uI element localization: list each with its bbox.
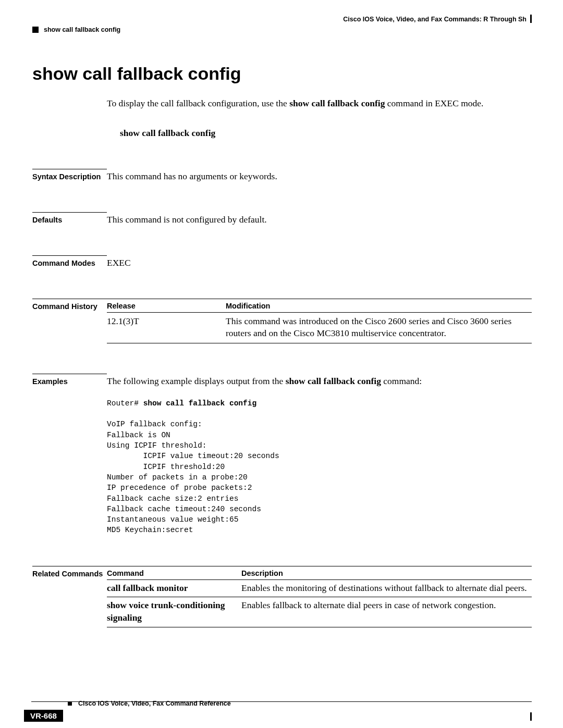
cell-description: Enables fallback to alternate dial peers…	[241, 599, 532, 624]
section-label: Command Modes	[32, 255, 107, 268]
code-prompt: Router#	[107, 399, 143, 408]
section-body: This command is not configured by defaul…	[107, 212, 532, 225]
header-command: Command	[107, 569, 241, 577]
footer-doc-title: Cisco IOS Voice, Video, Fax Command Refe…	[78, 700, 231, 707]
history-table: Release Modification 12.1(3)T This comma…	[107, 299, 532, 343]
intro-text-post: command in EXEC mode.	[385, 98, 483, 108]
table-row: 12.1(3)T This command was introduced on …	[107, 313, 532, 343]
cell-release: 12.1(3)T	[107, 315, 226, 340]
header-chapter: Cisco IOS Voice, Video, and Fax Commands…	[31, 16, 532, 23]
page-number: VR-668	[24, 710, 63, 722]
intro-text-pre: To display the call fallback configurati…	[107, 98, 289, 108]
header-modification: Modification	[226, 302, 532, 310]
table-header-row: Command Description	[107, 566, 532, 580]
header-topic-row: show call fallback config	[32, 26, 532, 33]
code-block: Router# show call fallback config VoIP f…	[107, 398, 532, 536]
section-label: Command History	[32, 299, 107, 343]
footer-mark-icon	[530, 712, 532, 721]
intro-paragraph: To display the call fallback configurati…	[107, 97, 532, 110]
table-header-row: Release Modification	[107, 299, 532, 313]
section-label: Examples	[32, 374, 107, 536]
section-related-commands: Related Commands Command Description cal…	[32, 566, 532, 627]
cell-command: call fallback monitor	[107, 582, 241, 595]
example-intro-pre: The following example displays output fr…	[107, 376, 286, 386]
page-title: show call fallback config	[32, 64, 532, 84]
cell-description: Enables the monitoring of destinations w…	[241, 582, 532, 595]
footer: Cisco IOS Voice, Video, Fax Command Refe…	[31, 701, 532, 709]
table-row: call fallback monitor Enables the monito…	[107, 580, 532, 598]
section-command-history: Command History Release Modification 12.…	[32, 299, 532, 343]
section-body: This command has no arguments or keyword…	[107, 169, 532, 182]
related-table: Command Description call fallback monito…	[107, 566, 532, 627]
command-syntax: show call fallback config	[120, 128, 532, 139]
cell-modification: This command was introduced on the Cisco…	[226, 315, 532, 340]
code-output: VoIP fallback config: Fallback is ON Usi…	[107, 420, 279, 534]
header-topic: show call fallback config	[44, 26, 120, 33]
header-release: Release	[107, 302, 226, 310]
square-icon	[68, 701, 72, 706]
example-intro-cmd: show call fallback config	[286, 376, 381, 386]
intro-command-bold: show call fallback config	[289, 98, 385, 108]
section-body: EXEC	[107, 255, 532, 268]
section-syntax-description: Syntax Description This command has no a…	[32, 169, 532, 182]
section-command-modes: Command Modes EXEC	[32, 255, 532, 268]
example-intro-post: command:	[381, 376, 422, 386]
section-label: Syntax Description	[32, 169, 107, 182]
section-defaults: Defaults This command is not configured …	[32, 212, 532, 225]
section-examples: Examples The following example displays …	[32, 374, 532, 536]
square-icon	[32, 27, 39, 33]
header-description: Description	[241, 569, 532, 577]
example-intro: The following example displays output fr…	[107, 376, 532, 387]
section-label: Related Commands	[32, 566, 107, 627]
section-label: Defaults	[32, 212, 107, 225]
code-command: show call fallback config	[143, 399, 257, 408]
cell-command: show voice trunk-conditioning signaling	[107, 599, 241, 624]
table-row: show voice trunk-conditioning signaling …	[107, 597, 532, 627]
section-body: The following example displays output fr…	[107, 374, 532, 536]
